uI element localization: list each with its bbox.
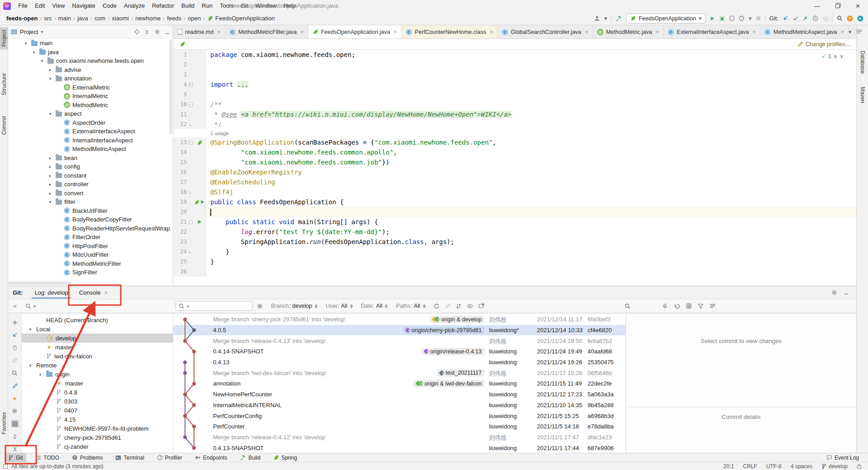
close-icon[interactable]: × [104,289,108,296]
collapse-all-icon[interactable] [144,29,150,35]
stripe-project[interactable]: Project [0,27,8,49]
fold-marker[interactable] [187,191,194,193]
toolwindow-button-spring[interactable]: Spring [270,453,301,462]
refresh-icon[interactable] [434,303,440,309]
branch-search-input[interactable]: ▾ [22,303,157,309]
commit-search-input[interactable]: ▾ [175,301,252,311]
menu-item-edit[interactable]: Edit [31,0,48,12]
tree-item[interactable]: InternalMetric [8,92,173,101]
run-line-icon[interactable] [194,219,205,225]
expand-all-icon[interactable] [11,432,19,440]
chevron-icon[interactable]: ▸ [47,182,53,187]
tree-item[interactable]: BodyReaderCopyFilter [8,215,173,224]
fold-collapse-icon[interactable]: − [189,141,193,145]
code-editor[interactable]: 1package com.xiaomi.newhome.feeds.open;2… [173,50,856,285]
commit-row[interactable]: 0.4.13-SNAPSHOTliuweidong2021/11/1 17:44… [173,442,626,453]
tree-vertical-scrollbar[interactable] [169,40,172,135]
breadcrumb-item[interactable]: xiaomi [112,15,129,22]
favorite-icon[interactable]: ★ [11,395,19,402]
commit-row[interactable]: Merge branch 'lwd-dev-falcon' into 'deve… [173,367,626,378]
tree-item[interactable]: ▾filter [8,197,173,207]
branch-item[interactable]: 0303 [22,397,173,406]
chevron-icon[interactable]: ▾ [47,76,53,81]
chevron-icon[interactable]: ▾ [47,111,53,116]
branch-item[interactable]: ▾Remote [22,361,173,370]
menu-item-analyze[interactable]: Analyze [120,0,148,12]
branch-item[interactable]: cj-zander [22,442,173,451]
close-icon[interactable]: × [300,28,304,35]
fold-marker[interactable]: − [187,141,194,145]
tree-item[interactable]: ▾annotation [8,74,173,83]
tree-item[interactable]: MethodMetricFilter [8,259,173,268]
compare-icon[interactable] [11,357,19,364]
stripe-structure[interactable]: Structure [0,70,8,98]
close-icon[interactable]: × [394,28,398,35]
branch-item[interactable]: ▾origin [22,370,173,379]
pin-icon[interactable] [662,303,668,309]
chevron-icon[interactable]: ▸ [47,173,53,178]
tree-item[interactable]: ▸constant [8,171,173,180]
menu-item-run[interactable]: Run [198,0,216,12]
commit-row[interactable]: PerfCounterliuweidong2021/11/5 14:18e78d… [173,421,626,432]
branch-item[interactable]: HEAD (Current Branch) [22,315,173,324]
breadcrumb-item[interactable]: newhome [135,15,161,22]
tree-item[interactable]: ▸advise [8,66,173,75]
breadcrumb-item[interactable]: open [188,15,201,22]
commit-row[interactable]: 0.4.13liuweidong2021/11/24 19:2625350475 [173,357,626,368]
menu-item-navigate[interactable]: Navigate [68,0,99,12]
filter-date[interactable]: Date:All [361,303,388,309]
breadcrumb-item[interactable]: src [44,15,52,22]
close-icon[interactable]: × [840,28,844,35]
collapse-all-icon[interactable] [11,445,19,453]
tree-item[interactable]: BodyReaderHttpServletRequestWrap [8,224,173,233]
tree-item[interactable]: ▸convert [8,189,173,198]
commit-row[interactable]: 4.0.5origin/cherry-pick-29785d61liuweido… [173,325,626,336]
commit-row[interactable]: Merge branch 'release-0.4.12' into 'deve… [173,432,626,443]
caret-position[interactable]: 20:1 [723,463,734,470]
fold-expand-icon[interactable]: + [189,83,193,87]
fold-marker[interactable] [187,123,194,126]
tree-item[interactable]: ▸bean [8,154,173,163]
settings-icon[interactable] [831,290,837,296]
toolwindow-widget-icon[interactable] [3,464,8,469]
settings-icon[interactable] [154,29,160,35]
run-config-select[interactable]: FeedsOpenApplication▾ [626,14,706,24]
encoding[interactable]: UTF-8 [766,463,782,470]
columns-icon[interactable] [710,304,716,309]
highlight-icon[interactable] [445,303,451,309]
locate-icon[interactable] [134,29,140,35]
chevron-icon[interactable]: ▾ [27,363,33,368]
toolwindow-button-todo[interactable]: TODO [32,453,62,462]
toolwindow-button-endpoints[interactable]: Endpoints [191,453,231,462]
tree-item[interactable]: MethodMetricAspect [8,145,173,154]
fold-collapse-icon[interactable]: − [189,103,193,107]
fold-marker[interactable]: − [187,103,194,107]
search-settings-icon[interactable] [257,303,263,309]
tree-item[interactable]: ▾java [8,48,173,57]
branch-item[interactable]: 4.15 [22,415,173,424]
breadcrumb-item[interactable]: main [58,15,71,22]
editor-tab[interactable]: PerfCounterNewHome.class× [402,25,498,38]
add-icon[interactable] [11,319,19,326]
find-icon[interactable] [11,369,19,377]
minimize-button[interactable]: — [807,0,827,12]
git-tab-log-develop[interactable]: Log: develop [29,286,73,299]
tree-item[interactable]: AspectOrder [8,118,173,127]
editor-tab[interactable]: FeedsOpenApplication.java× [308,25,402,38]
breadcrumb-item[interactable]: com [95,15,106,22]
prev-problem-icon[interactable]: ∧ [833,53,837,60]
fold-collapse-icon[interactable]: − [189,220,193,224]
branch-item[interactable]: ▾Local [22,324,173,334]
chevron-down-icon[interactable]: ▾ [41,29,43,34]
chevron-icon[interactable]: ▾ [47,199,53,204]
tree-item[interactable]: HttpPostFilter [8,242,173,251]
editor-tab[interactable]: ExternalInterfaceAspect.java× [664,25,760,38]
close-icon[interactable]: × [490,28,493,35]
chevron-icon[interactable]: ▸ [47,155,53,160]
status-branch-widget[interactable]: develop [821,463,848,470]
find-icon[interactable] [625,303,631,309]
breadcrumb-item[interactable]: feeds [167,15,181,22]
tree-item[interactable]: ▾main [8,39,173,48]
commit-row[interactable]: 0.4.14-SNAPSHOTorigin/release-0.4.13liuw… [173,346,626,357]
fold-marker[interactable]: + [187,83,194,87]
